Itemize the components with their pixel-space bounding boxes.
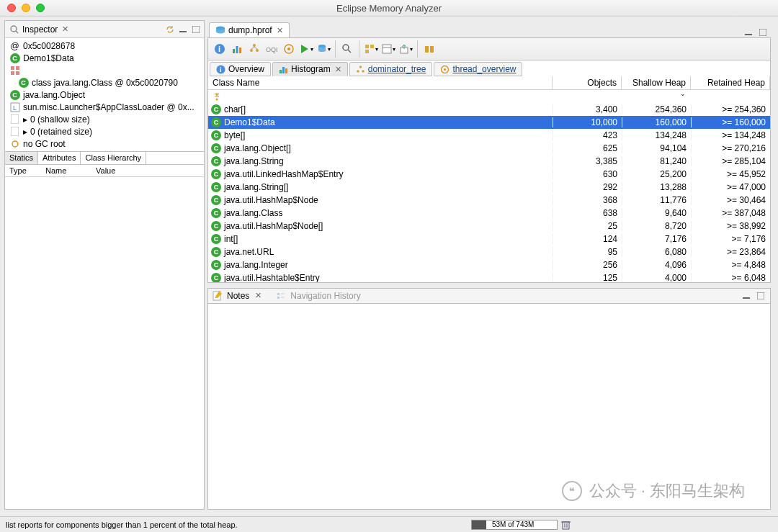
tab-histogram[interactable]: Histogram ✕ xyxy=(272,62,348,76)
class-icon: C xyxy=(9,53,20,63)
svg-point-30 xyxy=(343,45,349,50)
svg-rect-5 xyxy=(16,66,19,70)
file-tab[interactable]: dump.hprof ✕ xyxy=(209,22,290,37)
table-row[interactable]: Cjava.lang.String[]29213,288>= 47,000 xyxy=(208,181,770,194)
col-shallow-heap[interactable]: Shallow Heap ⌄ xyxy=(622,76,691,89)
query-icon[interactable]: ▾ xyxy=(316,42,331,56)
col-retained-heap[interactable]: Retained Heap xyxy=(691,76,770,89)
table-row[interactable]: Cjava.net.URL956,080>= 23,864 xyxy=(208,245,770,258)
dominator-icon[interactable] xyxy=(247,42,261,56)
sync-icon[interactable] xyxy=(165,24,175,35)
close-icon[interactable]: ✕ xyxy=(255,291,261,300)
minimize-icon[interactable] xyxy=(743,27,754,37)
notes-label[interactable]: Notes xyxy=(227,291,249,301)
maximize-icon[interactable] xyxy=(191,24,201,35)
calc-icon[interactable]: ▾ xyxy=(381,42,395,56)
inspector-tab[interactable]: Inspector ✕ xyxy=(5,21,73,37)
subtab-statics[interactable]: Statics xyxy=(5,152,38,164)
svg-point-12 xyxy=(12,141,18,147)
svg-rect-19 xyxy=(236,46,238,53)
class-icon: C xyxy=(18,77,29,88)
svg-text:i: i xyxy=(218,45,220,53)
oql-icon[interactable]: OQL xyxy=(264,42,279,56)
tree-row[interactable]: ▸ 0 (shallow size) xyxy=(8,113,201,125)
tree-row[interactable]: @0x5c0028678 xyxy=(8,40,201,52)
close-icon[interactable]: ✕ xyxy=(335,65,341,74)
col-value[interactable]: Value xyxy=(91,165,120,176)
svg-point-21 xyxy=(253,44,256,47)
col-class-name[interactable]: Class Name xyxy=(208,76,553,89)
tree-row[interactable]: no GC root xyxy=(8,137,201,150)
svg-rect-20 xyxy=(239,48,241,53)
minimize-icon[interactable] xyxy=(178,24,188,35)
maximize-icon[interactable] xyxy=(756,291,766,301)
svg-rect-3 xyxy=(192,26,200,33)
threads-icon[interactable] xyxy=(282,42,296,56)
tree-row[interactable] xyxy=(8,64,201,76)
table-row[interactable]: Cbyte[]423134,248>= 134,248 xyxy=(208,129,770,142)
table-row[interactable]: Cint[]1247,176>= 7,176 xyxy=(208,233,770,245)
maximize-icon[interactable] xyxy=(758,27,768,37)
regex-row[interactable] xyxy=(208,90,770,103)
inner-tabs: i Overview Histogram ✕ dominator_tree th… xyxy=(207,60,771,76)
svg-rect-56 xyxy=(743,297,750,299)
toolbar: i OQL ▾ ▾ ▾ ▾ ▾ xyxy=(207,37,771,60)
svg-rect-7 xyxy=(16,71,19,75)
tab-overview[interactable]: i Overview xyxy=(210,62,271,76)
svg-rect-32 xyxy=(365,45,369,48)
table-row[interactable]: Cjava.lang.Class6389,640>= 387,048 xyxy=(208,207,770,220)
svg-rect-58 xyxy=(563,522,569,529)
tab-dominator-tree[interactable]: dominator_tree xyxy=(349,62,433,76)
svg-text:L: L xyxy=(13,104,17,112)
tree-row[interactable]: Lsun.misc.Launcher$AppClassLoader @ 0x..… xyxy=(8,101,201,113)
table-row[interactable]: Cjava.lang.Object[]62594,104>= 270,216 xyxy=(208,142,770,155)
minimize-icon[interactable] xyxy=(741,291,751,301)
close-icon[interactable]: ✕ xyxy=(277,26,283,35)
compare-icon[interactable] xyxy=(422,42,437,56)
trash-icon[interactable] xyxy=(560,520,571,530)
svg-text:OQL: OQL xyxy=(266,46,277,53)
subtab-attributes[interactable]: Attributes xyxy=(38,152,81,164)
search-icon[interactable] xyxy=(340,42,354,56)
tree-row[interactable]: CDemo1$Data xyxy=(8,52,201,64)
notes-body[interactable] xyxy=(207,304,771,510)
svg-rect-34 xyxy=(365,50,369,53)
table-row[interactable]: Cchar[]3,400254,360>= 254,360 xyxy=(208,103,770,116)
tree-row[interactable]: Cclass java.lang.Class @ 0x5c0020790 xyxy=(8,76,201,89)
histogram-icon[interactable] xyxy=(230,42,244,56)
tree-row[interactable]: Cjava.lang.Object xyxy=(8,89,201,101)
nav-history-label[interactable]: Navigation History xyxy=(290,291,360,301)
table-row[interactable]: Cjava.lang.String3,38581,240>= 285,104 xyxy=(208,155,770,168)
table-row[interactable]: Cjava.lang.Integer2564,096>= 4,848 xyxy=(208,258,770,271)
inspector-icon xyxy=(9,24,19,35)
table-row[interactable]: Cjava.util.Hashtable$Entry1254,000>= 6,0… xyxy=(208,271,770,283)
inspector-subtabs: Statics Attributes Class Hierarchy xyxy=(5,151,204,165)
group-icon[interactable]: ▾ xyxy=(364,42,378,56)
run-icon[interactable]: ▾ xyxy=(299,42,313,56)
at-icon: @ xyxy=(9,40,20,51)
export-icon[interactable]: ▾ xyxy=(398,42,413,56)
table-row[interactable]: Cjava.util.HashMap$Node36811,776>= 30,46… xyxy=(208,194,770,207)
svg-line-1 xyxy=(16,31,18,33)
subtab-class-hierarchy[interactable]: Class Hierarchy xyxy=(81,152,146,164)
svg-rect-39 xyxy=(430,46,434,53)
titlebar: Eclipse Memory Analyzer xyxy=(0,0,778,17)
table-row[interactable]: Cjava.util.HashMap$Node[]258,720>= 38,99… xyxy=(208,220,770,233)
table-row[interactable]: Cjava.util.LinkedHashMap$Entry63025,200>… xyxy=(208,168,770,181)
tree-row[interactable]: ▸ 0 (retained size) xyxy=(8,125,201,137)
col-objects[interactable]: Objects xyxy=(553,76,622,89)
heap-indicator[interactable]: 53M of 743M xyxy=(471,520,571,530)
col-name[interactable]: Name xyxy=(41,165,91,176)
svg-rect-4 xyxy=(11,66,14,70)
close-icon[interactable]: ✕ xyxy=(62,24,68,34)
svg-line-25 xyxy=(254,47,257,49)
col-type[interactable]: Type xyxy=(5,165,41,176)
info-icon[interactable]: i xyxy=(213,42,227,56)
table-row[interactable]: CDemo1$Data10,000160,000>= 160,000 xyxy=(208,116,770,129)
svg-point-47 xyxy=(362,70,364,72)
editor-tabs: dump.hprof ✕ xyxy=(207,20,771,37)
tab-thread-overview[interactable]: thread_overview xyxy=(434,62,522,76)
svg-rect-18 xyxy=(233,49,235,53)
grid-icon xyxy=(9,65,20,76)
status-bar: list reports for components bigger than … xyxy=(0,516,778,532)
